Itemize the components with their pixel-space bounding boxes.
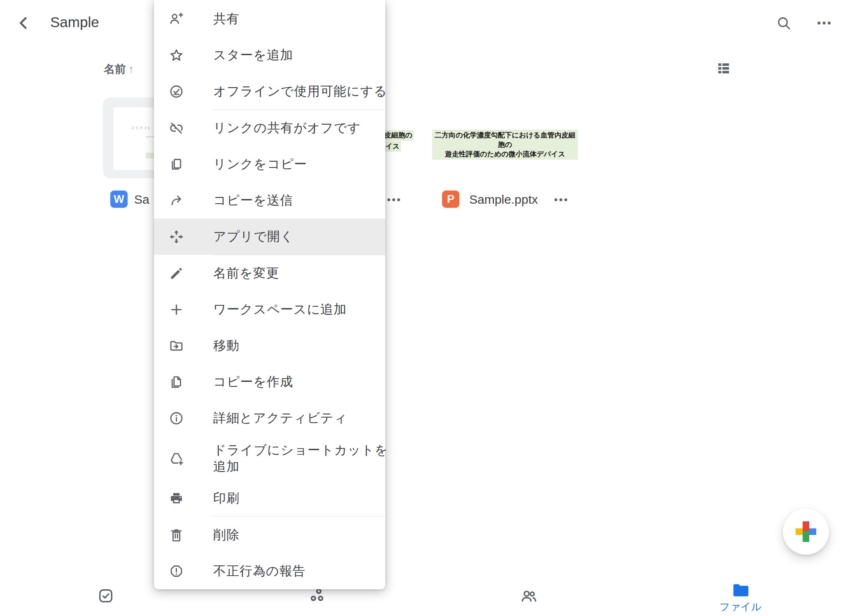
doc-thumb-text: スライド1 (131, 126, 150, 131)
more-options-button[interactable] (816, 15, 832, 31)
menu-item-print[interactable]: 印刷 (154, 481, 385, 516)
folder-icon (731, 581, 750, 600)
menu-item-label: 削除 (213, 526, 240, 544)
menu-divider (213, 516, 385, 516)
menu-item-share[interactable]: 共有 (154, 1, 385, 37)
menu-item-label: コピーを送信 (213, 192, 293, 209)
pptx-more-button[interactable] (554, 198, 567, 201)
workspaces-circles-icon (308, 587, 326, 605)
list-view-icon (715, 60, 732, 77)
menu-item-label: 印刷 (213, 490, 240, 507)
more-dots-icon (387, 198, 390, 201)
covered-card-more-button[interactable] (387, 198, 400, 201)
menu-item-copy-link[interactable]: リンクをコピー (154, 146, 385, 182)
chevron-left-icon (16, 15, 32, 31)
drive-app-screen: Sample 名前↑ スライド1 W Sa (0, 0, 843, 616)
nav-tab-workspaces[interactable] (308, 587, 326, 605)
new-item-fab[interactable] (783, 509, 829, 555)
pptx-file-name[interactable]: Sample.pptx (469, 193, 538, 207)
sort-label: 名前 (104, 63, 126, 75)
people-icon (520, 587, 538, 605)
menu-item-label: 不正行為の報告 (213, 563, 306, 580)
file-card-pptx-thumbnail[interactable]: 二方向の化学濃度勾配下における血管内皮細胞の 遊走性評価のための微小流体デバイス (432, 98, 578, 178)
info-icon (169, 411, 184, 426)
menu-item-rename[interactable]: 名前を変更 (154, 255, 385, 291)
doc-file-name[interactable]: Sa (134, 193, 149, 207)
menu-item-label: リンクの共有がオフです (213, 119, 361, 137)
checkbox-check-icon (97, 587, 115, 605)
search-icon (775, 15, 792, 31)
menu-item-label: スターを追加 (213, 46, 293, 64)
menu-item-details[interactable]: 詳細とアクティビティ (154, 400, 385, 436)
file-copy-icon (169, 374, 184, 390)
menu-item-label: 名前を変更 (213, 265, 279, 282)
folder-move-icon (169, 338, 184, 353)
more-dots-icon (554, 198, 557, 201)
menu-item-add-to-workspace[interactable]: ワークスペースに追加 (154, 291, 385, 328)
nav-tab-selection[interactable] (97, 587, 115, 605)
printer-icon (169, 491, 184, 506)
nav-files-label[interactable]: ファイル (710, 600, 771, 614)
sort-ascending-arrow: ↑ (128, 63, 134, 75)
list-view-toggle-button[interactable] (715, 60, 732, 77)
word-badge-letter: W (114, 193, 124, 206)
menu-item-add-shortcut[interactable]: ドライブにショートカットを追加 (154, 436, 385, 481)
nav-tab-shared[interactable] (520, 587, 538, 605)
menu-item-send-copy[interactable]: コピーを送信 (154, 182, 385, 219)
back-button[interactable] (16, 15, 32, 31)
offline-pin-icon (169, 84, 184, 99)
menu-item-open-with[interactable]: アプリで開く (154, 219, 385, 255)
person-add-icon (169, 12, 184, 27)
menu-item-label: コピーを作成 (213, 373, 293, 391)
menu-item-label: リンクをコピー (213, 156, 307, 173)
menu-item-make-copy[interactable]: コピーを作成 (154, 364, 385, 400)
sort-by-name[interactable]: 名前↑ (104, 62, 134, 77)
pptx-thumb-title-line2: 遊走性評価のための微小流体デバイス (432, 149, 578, 159)
pencil-icon (169, 266, 184, 281)
powerpoint-badge-letter: P (447, 193, 454, 206)
menu-item-label: ワークスペースに追加 (213, 301, 347, 318)
report-octagon-icon (169, 564, 184, 579)
forward-arrow-icon (169, 193, 184, 208)
pptx-thumb-title: 二方向の化学濃度勾配下における血管内皮細胞の 遊走性評価のための微小流体デバイス (432, 130, 578, 160)
plus-icon (169, 302, 184, 317)
menu-item-link-sharing-off[interactable]: リンクの共有がオフです (154, 110, 385, 146)
menu-item-label: 移動 (213, 337, 240, 354)
menu-item-delete[interactable]: 削除 (154, 517, 385, 553)
menu-item-report-abuse[interactable]: 不正行為の報告 (154, 553, 385, 589)
trash-icon (169, 528, 184, 543)
menu-item-label: ドライブにショートカットを追加 (213, 442, 388, 475)
nav-tab-files[interactable] (731, 581, 750, 600)
link-off-icon (169, 121, 184, 136)
more-horizontal-icon (816, 15, 832, 31)
copy-link-icon (169, 157, 184, 172)
powerpoint-file-badge: P (442, 191, 459, 208)
menu-item-label: 共有 (213, 10, 240, 28)
menu-item-move[interactable]: 移動 (154, 328, 385, 364)
star-icon (169, 48, 184, 63)
menu-item-label: アプリで開く (213, 228, 294, 245)
open-with-icon (169, 229, 184, 244)
menu-item-add-star[interactable]: スターを追加 (154, 37, 385, 73)
page-title: Sample (50, 14, 99, 30)
menu-item-label: 詳細とアクティビティ (213, 409, 347, 427)
pptx-thumb-title-line1: 二方向の化学濃度勾配下における血管内皮細胞の (432, 130, 578, 149)
menu-item-label: オフラインで使用可能にする (213, 83, 387, 100)
file-context-menu: 共有 スターを追加 オフラインで使用可能にする リンクの共有 (154, 0, 385, 589)
word-file-badge: W (110, 191, 128, 208)
search-button[interactable] (775, 15, 792, 31)
menu-item-offline[interactable]: オフラインで使用可能にする (154, 73, 385, 109)
add-to-drive-icon (169, 451, 184, 466)
